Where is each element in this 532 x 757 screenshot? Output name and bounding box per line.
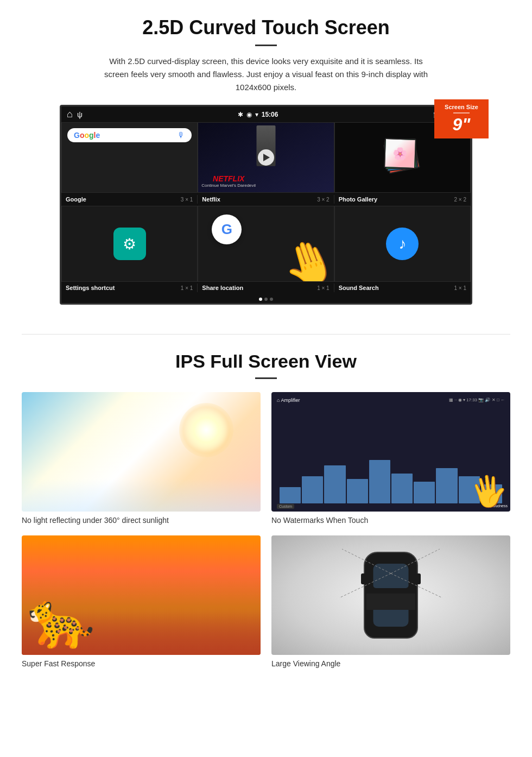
- app-labels-row2: Settings shortcut 1 × 1 Share location 1…: [61, 282, 471, 295]
- section-curved-screen: 2.5D Curved Touch Screen With 2.5D curve…: [0, 0, 532, 318]
- music-note-icon: ♪: [398, 235, 406, 253]
- status-bar-center: ✱ ◉ ▾ 15:06: [238, 111, 278, 118]
- eq-topbar: ⌂ Amplifier ▦ ·· ◉ ▾ 17:33 📷 🔊 ✕ □ ←: [277, 398, 505, 403]
- sunlight-image: [22, 392, 261, 512]
- netflix-dims: 3 × 2: [317, 197, 330, 203]
- dot-indicators: [61, 295, 471, 303]
- google-label: Google: [66, 196, 86, 203]
- share-label: Share location: [202, 285, 243, 291]
- cheetah-image: 🐆: [22, 535, 261, 655]
- share-content: G 🤚: [198, 206, 333, 281]
- gear-icon: ⚙: [123, 235, 136, 253]
- play-button[interactable]: [258, 149, 274, 166]
- screen-size-badge: Screen Size 9": [434, 99, 489, 138]
- home-icon[interactable]: ⌂: [67, 109, 73, 120]
- sound-app-cell[interactable]: ♪: [334, 206, 471, 282]
- android-screen: ⌂ ψ ✱ ◉ ▾ 15:06 📷 🔊 ✕ □: [60, 105, 472, 305]
- car-image: [271, 535, 510, 655]
- sound-label: Sound Search: [339, 285, 379, 291]
- wifi-icon: ▾: [255, 111, 258, 118]
- netflix-label-cell: Netflix 3 × 2: [198, 195, 334, 204]
- google-search-bar[interactable]: Google 🎙: [67, 128, 192, 142]
- cheetah-caption: Super Fast Response: [22, 659, 261, 668]
- feature-car: Large Viewing Angle: [271, 535, 510, 668]
- section-divider: [22, 334, 510, 335]
- netflix-logo-text: NETFLIX: [201, 174, 256, 183]
- feature-equalizer: ⌂ Amplifier ▦ ·· ◉ ▾ 17:33 📷 🔊 ✕ □ ←: [271, 392, 510, 525]
- dot-2: [264, 298, 268, 301]
- status-bar-left: ⌂ ψ: [67, 109, 83, 120]
- share-dims: 1 × 1: [317, 285, 330, 291]
- app-grid-row1: Google 🎙 NETFLIX: [61, 122, 471, 193]
- device-mockup: Screen Size 9" ⌂ ψ ✱ ◉ ▾ 15:06 📷 🔊: [60, 105, 472, 305]
- section1-divider: [255, 45, 277, 46]
- hand-icon: 🤚: [275, 231, 334, 282]
- section-ips-screen: IPS Full Screen View No light reflecting…: [0, 351, 532, 684]
- google-app-cell[interactable]: Google 🎙: [61, 122, 198, 193]
- dot-1: [259, 298, 262, 301]
- bluetooth-icon: ✱: [238, 111, 243, 118]
- angle-lines-svg: [337, 546, 445, 601]
- section2-divider: [255, 377, 277, 379]
- sound-label-cell: Sound Search 1 × 1: [334, 283, 471, 292]
- usb-icon: ψ: [77, 110, 83, 119]
- settings-dims: 1 × 1: [181, 285, 193, 291]
- netflix-label: NETFLIX Continue Marvel's Daredevil: [201, 174, 256, 188]
- photo-stack: 🌸: [383, 138, 421, 176]
- section1-description: With 2.5D curved-display screen, this de…: [98, 55, 434, 94]
- gallery-label: Photo Gallery: [339, 196, 378, 203]
- google-dims: 3 × 1: [181, 197, 193, 203]
- section2-title: IPS Full Screen View: [22, 351, 510, 372]
- features-grid: No light reflecting under 360° direct su…: [22, 392, 510, 668]
- cheetah-icon: 🐆: [27, 588, 95, 652]
- gallery-dims: 2 × 2: [454, 197, 466, 203]
- svg-line-1: [391, 549, 440, 573]
- mic-icon[interactable]: 🎙: [178, 131, 185, 140]
- car-caption: Large Viewing Angle: [271, 659, 510, 668]
- svg-line-2: [339, 573, 391, 598]
- app-grid-row2: ⚙ G 🤚 ♪: [61, 206, 471, 282]
- settings-icon: ⚙: [113, 228, 146, 260]
- settings-label: Settings shortcut: [66, 285, 115, 291]
- share-label-cell: Share location 1 × 1: [198, 283, 334, 292]
- google-g-icon: G: [212, 215, 242, 244]
- status-bar: ⌂ ψ ✱ ◉ ▾ 15:06 📷 🔊 ✕ □: [61, 106, 471, 122]
- sound-dims: 1 × 1: [454, 285, 466, 291]
- netflix-background: NETFLIX Continue Marvel's Daredevil: [198, 123, 333, 192]
- app-labels-row1: Google 3 × 1 Netflix 3 × 2 Photo Gallery…: [61, 193, 471, 206]
- sunlight-caption: No light reflecting under 360° direct su…: [22, 516, 261, 525]
- settings-label-cell: Settings shortcut 1 × 1: [61, 283, 198, 292]
- equalizer-image: ⌂ Amplifier ▦ ·· ◉ ▾ 17:33 📷 🔊 ✕ □ ←: [271, 392, 510, 512]
- settings-app-cell[interactable]: ⚙: [61, 206, 198, 282]
- equalizer-caption: No Watermarks When Touch: [271, 516, 510, 525]
- google-logo: Google: [74, 131, 100, 140]
- dot-3: [270, 298, 273, 301]
- feature-cheetah: 🐆 Super Fast Response: [22, 535, 261, 668]
- badge-size: 9": [453, 115, 471, 134]
- flower-icon: 🌸: [392, 146, 408, 161]
- badge-label: Screen Size: [438, 104, 485, 110]
- svg-line-0: [342, 549, 391, 573]
- location-icon: ◉: [246, 111, 252, 118]
- photo-card-4: 🌸: [384, 138, 416, 169]
- badge-divider: [453, 112, 470, 113]
- feature-sunlight: No light reflecting under 360° direct su…: [22, 392, 261, 525]
- section1-title: 2.5D Curved Touch Screen: [33, 16, 499, 39]
- gallery-label-cell: Photo Gallery 2 × 2: [334, 195, 471, 204]
- netflix-subtitle: Continue Marvel's Daredevil: [201, 183, 256, 188]
- netflix-label: Netflix: [202, 196, 220, 203]
- sound-icon: ♪: [386, 228, 419, 260]
- google-label-cell: Google 3 × 1: [61, 195, 198, 204]
- status-time: 15:06: [262, 111, 278, 118]
- netflix-app-cell[interactable]: NETFLIX Continue Marvel's Daredevil: [198, 122, 334, 193]
- share-app-cell[interactable]: G 🤚: [198, 206, 334, 282]
- svg-line-3: [391, 573, 442, 598]
